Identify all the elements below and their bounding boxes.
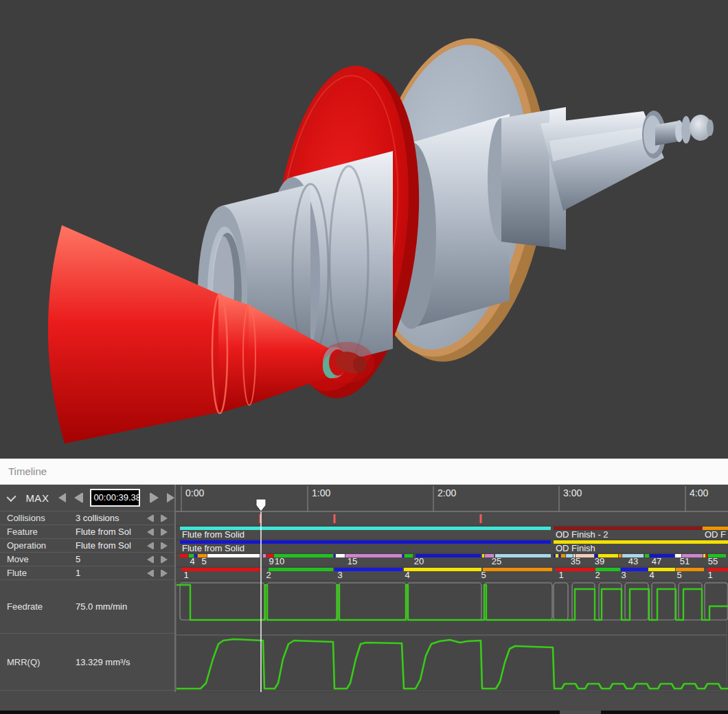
flute-number: 1 (707, 570, 712, 580)
move-number: 55 (708, 556, 718, 566)
ruler-label: 1:00 (312, 487, 330, 498)
flute-number: 2 (266, 570, 271, 580)
collisions-label: Collisions (7, 513, 76, 523)
mrr-value: 13.329 mm³/s (76, 657, 130, 667)
flute-number: 4 (649, 570, 654, 580)
move-segment[interactable] (179, 554, 188, 557)
move-number: 35 (571, 556, 580, 566)
flute-segment[interactable] (404, 568, 481, 571)
feature-value: Flute from Sol (76, 527, 139, 537)
move-segment[interactable] (561, 554, 565, 557)
row-feature: Feature Flute from Sol (0, 525, 174, 539)
time-input[interactable]: 00:00:39.381 (90, 489, 140, 507)
move-segment[interactable] (554, 554, 555, 557)
operation-segment-label: OD Finish (556, 543, 595, 553)
move-segment[interactable] (495, 554, 551, 557)
mrr-label: MRR(Q) (7, 657, 76, 667)
move-number: 9 (269, 556, 273, 566)
row-operation: Operation Flute from Sol (0, 539, 174, 553)
move-segment[interactable] (402, 554, 404, 557)
row-feedrate: Feedrate 75.0 mm/min (0, 580, 174, 634)
move-number: 43 (628, 556, 638, 566)
flute-segment[interactable] (483, 568, 552, 571)
step-forward-button[interactable] (150, 493, 159, 503)
flute-segment[interactable] (334, 568, 402, 571)
row-move: Move 5 (0, 553, 174, 566)
flute-number: 1 (183, 570, 188, 580)
move-segment[interactable] (207, 554, 260, 557)
feedrate-label: Feedrate (7, 601, 76, 612)
flute-next-button[interactable] (161, 570, 168, 577)
move-segment[interactable] (334, 554, 335, 557)
move-segment[interactable] (336, 554, 345, 557)
flute-value: 1 (76, 568, 139, 578)
collision-marker[interactable] (334, 514, 336, 523)
row-mrr: MRR(Q) 13.329 mm³/s (0, 634, 174, 691)
flute-prev-button[interactable] (147, 570, 154, 577)
flute-segment[interactable] (269, 568, 333, 571)
operation-prev-button[interactable] (147, 542, 154, 549)
move-segment[interactable] (416, 554, 481, 557)
move-segment[interactable] (703, 554, 705, 557)
move-number: 4 (190, 556, 194, 566)
feature-next-button[interactable] (161, 529, 168, 536)
ruler-label: 4:00 (690, 487, 708, 498)
operation-value: Flute from Sol (76, 540, 139, 551)
move-number: 47 (652, 556, 661, 566)
timeline-chart[interactable]: 0:001:002:003:004:00Flute from SolidOD F… (175, 485, 728, 692)
move-number: 39 (595, 556, 604, 566)
collisions-next-button[interactable] (161, 515, 168, 522)
move-number: 51 (680, 556, 690, 566)
step-backward-button[interactable] (74, 493, 83, 503)
play-backward-button[interactable] (58, 493, 66, 503)
move-segment[interactable] (556, 554, 558, 557)
speed-preset-label[interactable]: MAX (25, 492, 49, 504)
move-segment[interactable] (645, 554, 649, 557)
row-flute: Flute 1 (0, 566, 174, 580)
feature-segment-label: Flute from Solid (182, 529, 244, 540)
flute-number: 1 (558, 570, 563, 580)
move-segment[interactable] (706, 554, 707, 557)
move-segment[interactable] (263, 554, 266, 557)
move-prev-button[interactable] (147, 556, 154, 563)
flute-number: 3 (337, 570, 342, 580)
move-number: 10 (275, 556, 284, 566)
move-segment[interactable] (559, 554, 560, 557)
chevron-down-icon[interactable] (6, 492, 16, 501)
viewport-3d[interactable] (0, 0, 728, 459)
tool-tip-cyan (319, 342, 374, 383)
step-backward-bar (82, 493, 83, 503)
timeline-panel-header: Timeline (0, 459, 728, 485)
flute-number: 5 (676, 570, 681, 580)
feedrate-value: 75.0 mm/min (76, 601, 127, 612)
operation-next-button[interactable] (161, 542, 168, 549)
collision-marker[interactable] (480, 514, 482, 523)
feature-segment-label: OD Finish - 2 (556, 529, 608, 540)
move-segment[interactable] (482, 554, 484, 557)
feature-label: Feature (7, 527, 76, 537)
move-next-button[interactable] (161, 556, 168, 563)
scrollbar-thumb[interactable] (560, 711, 601, 714)
panel-title: Timeline (8, 465, 47, 477)
horizontal-scrollbar[interactable] (0, 711, 728, 714)
flute-number: 3 (621, 570, 626, 580)
move-segment[interactable] (405, 554, 413, 557)
flute-number: 2 (595, 570, 600, 580)
ruler-label: 2:00 (437, 487, 456, 498)
move-segment[interactable] (619, 554, 622, 557)
flute-label: Flute (7, 568, 76, 578)
feature-segment-label: OD F (705, 529, 726, 540)
collisions-prev-button[interactable] (147, 515, 154, 522)
timeline-footer (0, 692, 728, 714)
mrr-graph-box (177, 636, 727, 691)
flute-segment[interactable] (181, 568, 260, 571)
feature-prev-button[interactable] (147, 529, 154, 536)
move-number: 5 (201, 556, 206, 566)
playback-controls: MAX 00:00:39.381 (0, 485, 174, 511)
move-value: 5 (76, 554, 139, 564)
step-backward-icon (74, 493, 82, 503)
app-window: Timeline MAX 00:00:39.381 (0, 0, 728, 714)
play-forward-button[interactable] (167, 493, 174, 503)
collisions-value: 3 collisions (76, 513, 139, 523)
step-forward-icon (151, 493, 159, 503)
